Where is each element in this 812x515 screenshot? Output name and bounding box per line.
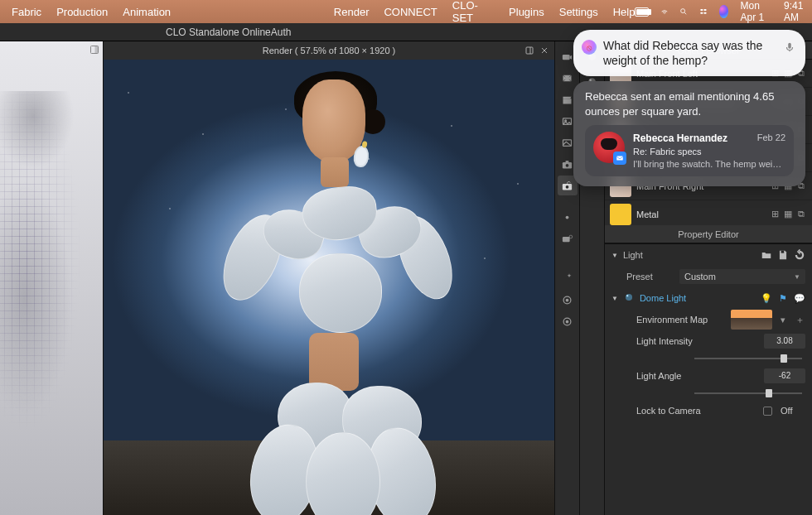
light-angle-field[interactable]: -62 [764, 368, 805, 383]
expand-toggle-icon[interactable]: ▼ [611, 252, 618, 259]
list-item-label: Metal [636, 209, 764, 219]
render-viewport[interactable] [104, 60, 554, 515]
battery-icon[interactable] [635, 7, 648, 17]
copy-icon[interactable]: ⧉ [795, 209, 807, 220]
siri-answer-panel: Rebecca sent an email mentioning 4.65 ou… [573, 81, 805, 186]
siri-orb-icon: ⦸ [582, 40, 597, 55]
spotlight-icon[interactable] [679, 6, 688, 17]
svg-rect-8 [563, 55, 570, 60]
menu-connect[interactable]: CONNECT [384, 6, 437, 18]
render-title: Render ( 57.5% of 1080 × 1920 ) [263, 46, 396, 55]
dome-light-icon [623, 291, 635, 305]
menu-animation[interactable]: Animation [123, 6, 171, 18]
light-angle-slider[interactable] [694, 392, 802, 394]
chat-icon[interactable]: 💬 [794, 292, 805, 304]
preset-label: Preset [626, 272, 674, 282]
render-header: Render ( 57.5% of 1080 × 1920 ) [104, 41, 554, 60]
siri-menubar-icon[interactable] [719, 5, 728, 18]
control-center-icon[interactable] [699, 6, 708, 17]
svg-rect-3 [701, 12, 703, 14]
open-icon[interactable] [761, 249, 772, 261]
rendered-avatar [211, 76, 452, 515]
email-subject: Re: Fabric specs [633, 146, 785, 158]
dome-light-label[interactable]: Dome Light [640, 293, 756, 303]
svg-point-25 [566, 320, 568, 323]
menubar-date[interactable]: Mon Apr 1 [740, 0, 772, 23]
light-label: Light [623, 250, 671, 260]
reset-icon[interactable] [794, 249, 805, 261]
env-map-expand-icon[interactable]: ▾ [777, 314, 789, 325]
close-panel-icon[interactable] [539, 46, 549, 55]
tool-gear3-icon[interactable] [558, 311, 578, 331]
light-intensity-label: Light Intensity [636, 336, 759, 346]
svg-point-23 [566, 299, 568, 301]
light-intensity-slider[interactable] [694, 358, 802, 359]
tool-cam-gear-icon[interactable] [558, 229, 578, 248]
env-map-add-icon[interactable]: ＋ [794, 314, 805, 325]
tool-wand-icon[interactable] [558, 268, 578, 288]
mic-icon[interactable] [784, 41, 795, 53]
siri-email-card[interactable]: Rebecca Hernandez Feb 22 Re: Fabric spec… [585, 125, 794, 176]
svg-rect-32 [781, 251, 785, 253]
siri-question-text: What did Rebecca say was the weight of t… [603, 39, 762, 67]
lock-to-camera-value: Off [781, 406, 805, 416]
svg-point-34 [626, 295, 628, 296]
svg-point-18 [566, 185, 569, 188]
mail-badge-icon [613, 152, 626, 165]
save-icon[interactable] [777, 249, 789, 261]
flag-icon[interactable]: ⚑ [777, 292, 789, 304]
svg-rect-16 [566, 161, 569, 162]
siri-answer-text: Rebecca sent an email mentioning 4.65 ou… [585, 89, 794, 118]
avatar [593, 132, 625, 163]
siri-overlay: ⦸ What did Rebecca say was the weight of… [573, 30, 805, 186]
add-icon[interactable]: ⊞ [769, 209, 781, 220]
property-editor-title: Property Editor [605, 225, 812, 243]
tool-gear-icon[interactable] [558, 207, 578, 227]
grid-icon[interactable]: ▦ [782, 209, 794, 220]
menu-help[interactable]: Help [613, 6, 636, 18]
list-item[interactable]: Metal ⊞▦⧉ [605, 200, 812, 225]
macos-menubar: Fabric Production Animation Render CONNE… [0, 0, 812, 23]
bulb-icon[interactable]: 💡 [761, 292, 772, 304]
svg-rect-4 [704, 12, 707, 14]
light-intensity-field[interactable]: 3.08 [764, 334, 805, 349]
menu-settings[interactable]: Settings [559, 6, 598, 18]
property-editor: ▼ Light Preset Custom ▼ Dome Light 💡 ⚑ 💬 [605, 243, 812, 421]
window-title-text: CLO Standalone OnlineAuth [166, 26, 291, 38]
svg-point-0 [681, 9, 685, 13]
svg-point-33 [626, 294, 632, 301]
preset-dropdown[interactable]: Custom [679, 269, 805, 284]
lock-to-camera-checkbox[interactable] [763, 407, 772, 416]
email-sender: Rebecca Hernandez [633, 132, 727, 145]
svg-rect-7 [526, 47, 533, 54]
email-date: Feb 22 [757, 132, 785, 145]
svg-rect-35 [788, 43, 791, 49]
siri-question-bubble[interactable]: ⦸ What did Rebecca say was the weight of… [573, 30, 805, 76]
svg-point-19 [566, 215, 569, 219]
lock-to-camera-label: Lock to Camera [636, 406, 758, 416]
env-map-label: Environment Map [636, 315, 726, 325]
tool-gear2-icon[interactable] [558, 290, 578, 310]
email-snippet: I'll bring the swatch. The hemp weighs… [633, 158, 785, 171]
wireframe-avatar [0, 91, 103, 505]
wifi-icon[interactable] [660, 6, 669, 17]
svg-rect-2 [704, 9, 707, 11]
menu-clo-set[interactable]: CLO-SET [452, 0, 494, 24]
svg-rect-10 [563, 99, 572, 103]
svg-rect-20 [563, 237, 570, 242]
svg-rect-1 [701, 9, 703, 11]
render-panel: Render ( 57.5% of 1080 × 1920 ) [103, 41, 555, 515]
menu-render[interactable]: Render [334, 6, 370, 18]
pattern-thumb-icon [610, 204, 631, 225]
undock-icon[interactable] [524, 46, 534, 55]
menu-production[interactable]: Production [56, 6, 108, 18]
wireframe-panel [0, 41, 103, 515]
menu-fabric[interactable]: Fabric [12, 6, 41, 18]
expand-panel-icon[interactable] [89, 45, 99, 55]
expand-toggle-icon[interactable]: ▼ [611, 295, 618, 302]
svg-rect-36 [616, 156, 623, 161]
light-angle-label: Light Angle [636, 371, 759, 381]
menu-plugins[interactable]: Plugins [509, 6, 544, 18]
env-map-thumbnail[interactable] [731, 310, 772, 330]
menubar-time[interactable]: 9:41 AM [784, 0, 810, 23]
